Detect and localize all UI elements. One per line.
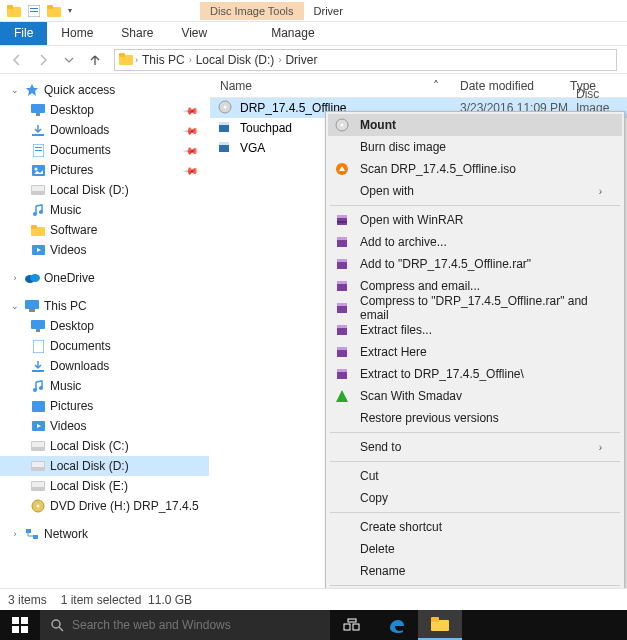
tree-pc-pictures[interactable]: Pictures (0, 396, 209, 416)
tree-pc-drive-d[interactable]: Local Disk (D:) (0, 456, 209, 476)
menu-cut[interactable]: Cut (328, 465, 622, 487)
tab-manage[interactable]: Manage (257, 22, 328, 45)
tree-pc-dvd[interactable]: DVD Drive (H:) DRP_17.4.5 (0, 496, 209, 516)
tree-network[interactable]: › Network (0, 524, 209, 544)
menu-burn[interactable]: Burn disc image (328, 136, 622, 158)
svg-rect-54 (219, 142, 229, 145)
menu-extract-files[interactable]: Extract files... (328, 319, 622, 341)
tree-pc-videos[interactable]: Videos (0, 416, 209, 436)
tree-software[interactable]: Software (0, 220, 209, 240)
svg-rect-36 (32, 401, 45, 412)
svg-rect-10 (31, 104, 45, 113)
chevron-right-icon[interactable]: › (278, 55, 281, 65)
menu-shortcut[interactable]: Create shortcut (328, 516, 622, 538)
tree-desktop[interactable]: Desktop📌 (0, 100, 209, 120)
menu-separator (330, 585, 620, 586)
tree-pc-documents[interactable]: Documents (0, 336, 209, 356)
column-date[interactable]: Date modified (450, 79, 560, 93)
menu-open-with[interactable]: Open with› (328, 180, 622, 202)
svg-rect-12 (32, 134, 44, 136)
task-view-button[interactable] (330, 610, 374, 640)
breadcrumb-root[interactable]: This PC (140, 53, 187, 67)
column-name[interactable]: Name˄ (210, 79, 450, 93)
disc-image-icon (218, 100, 234, 116)
pictures-icon (30, 162, 46, 178)
svg-rect-4 (30, 11, 38, 12)
chevron-right-icon[interactable]: › (135, 55, 138, 65)
menu-rename[interactable]: Rename (328, 560, 622, 582)
new-folder-icon[interactable] (46, 3, 62, 19)
expander-icon[interactable]: › (10, 529, 20, 539)
chevron-right-icon[interactable]: › (189, 55, 192, 65)
tree-pc-downloads[interactable]: Downloads (0, 356, 209, 376)
documents-icon (30, 142, 46, 158)
nav-up-icon[interactable] (84, 49, 106, 71)
start-button[interactable] (0, 610, 40, 640)
svg-rect-78 (12, 626, 19, 633)
setup-icon (218, 120, 234, 136)
tree-quick-access[interactable]: ⌄ Quick access (0, 80, 209, 100)
breadcrumb[interactable]: › This PC › Local Disk (D:) › Driver (114, 49, 617, 71)
winrar-icon (332, 322, 352, 338)
tree-pc-desktop[interactable]: Desktop (0, 316, 209, 336)
menu-add-archive[interactable]: Add to archive... (328, 231, 622, 253)
menu-add-to-rar[interactable]: Add to "DRP_17.4.5_Offline.rar" (328, 253, 622, 275)
menu-scan-avast[interactable]: Scan DRP_17.4.5_Offline.iso (328, 158, 622, 180)
svg-rect-23 (31, 225, 37, 229)
desktop-icon (30, 102, 46, 118)
tree-pc-drive-c[interactable]: Local Disk (C:) (0, 436, 209, 456)
menu-separator (330, 432, 620, 433)
svg-rect-44 (32, 482, 44, 487)
tree-videos[interactable]: Videos (0, 240, 209, 260)
menu-copy[interactable]: Copy (328, 487, 622, 509)
tree-pictures[interactable]: Pictures📌 (0, 160, 209, 180)
menu-extract-here[interactable]: Extract Here (328, 341, 622, 363)
svg-rect-40 (32, 442, 44, 447)
tree-music[interactable]: Music (0, 200, 209, 220)
menu-scan-smadav[interactable]: Scan With Smadav (328, 385, 622, 407)
menu-restore[interactable]: Restore previous versions (328, 407, 622, 429)
search-input[interactable] (72, 618, 320, 632)
expander-icon[interactable]: › (10, 273, 20, 283)
menu-send-to[interactable]: Send to› (328, 436, 622, 458)
svg-point-46 (37, 505, 40, 508)
breadcrumb-drive[interactable]: Local Disk (D:) (194, 53, 277, 67)
tab-view[interactable]: View (167, 22, 221, 45)
expander-icon[interactable]: ⌄ (10, 301, 20, 311)
pin-icon: 📌 (183, 142, 199, 158)
explorer-button[interactable] (418, 610, 462, 640)
avast-icon (332, 161, 352, 177)
menu-mount[interactable]: Mount (328, 114, 622, 136)
taskbar-search[interactable] (40, 610, 330, 640)
tab-home[interactable]: Home (47, 22, 107, 45)
tree-this-pc[interactable]: ⌄ This PC (0, 296, 209, 316)
winrar-icon (332, 300, 352, 316)
breadcrumb-folder[interactable]: Driver (283, 53, 319, 67)
address-bar: › This PC › Local Disk (D:) › Driver (0, 46, 627, 74)
tab-share[interactable]: Share (107, 22, 167, 45)
svg-point-21 (39, 210, 43, 214)
svg-rect-81 (344, 624, 350, 630)
menu-extract-to[interactable]: Extract to DRP_17.4.5_Offline\ (328, 363, 622, 385)
tree-onedrive[interactable]: › OneDrive (0, 268, 209, 288)
properties-icon[interactable] (26, 3, 42, 19)
nav-recent-icon[interactable] (58, 49, 80, 71)
edge-button[interactable] (374, 610, 418, 640)
tree-downloads[interactable]: Downloads📌 (0, 120, 209, 140)
onedrive-icon (24, 270, 40, 286)
star-icon (24, 82, 40, 98)
menu-compress-to-email[interactable]: Compress to "DRP_17.4.5_Offline.rar" and… (328, 297, 622, 319)
tree-pc-drive-e[interactable]: Local Disk (E:) (0, 476, 209, 496)
nav-back-icon[interactable] (6, 49, 28, 71)
tree-local-disk-d[interactable]: Local Disk (D:) (0, 180, 209, 200)
tree-documents[interactable]: Documents📌 (0, 140, 209, 160)
desktop-icon (30, 318, 46, 334)
menu-delete[interactable]: Delete (328, 538, 622, 560)
menu-open-winrar[interactable]: Open with WinRAR (328, 209, 622, 231)
nav-forward-icon[interactable] (32, 49, 54, 71)
tab-file[interactable]: File (0, 22, 47, 45)
qat-dropdown-icon[interactable]: ▾ (66, 6, 74, 15)
tree-pc-music[interactable]: Music (0, 376, 209, 396)
drive-icon (30, 458, 46, 474)
expander-icon[interactable]: ⌄ (10, 85, 20, 95)
